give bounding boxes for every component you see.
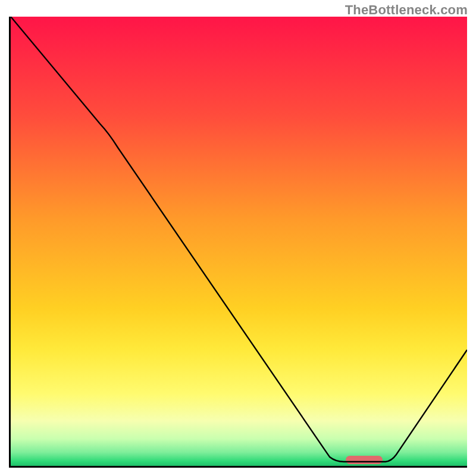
optimal-marker	[346, 456, 383, 464]
watermark-text: TheBottleneck.com	[345, 2, 468, 18]
chart-background-gradient	[11, 17, 467, 466]
chart-canvas	[11, 17, 467, 466]
